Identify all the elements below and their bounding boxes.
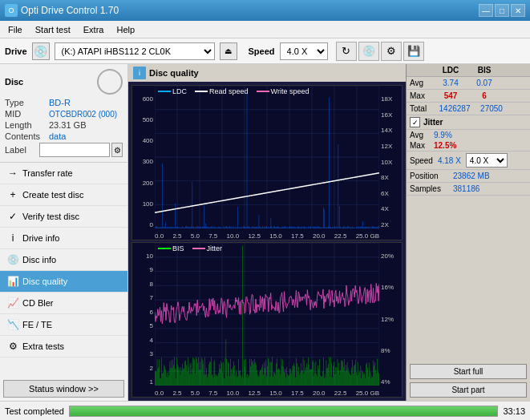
minimize-button[interactable]: — xyxy=(479,4,493,17)
chart1-x-labels: 0.0 2.5 5.0 7.5 10.0 12.5 15.0 17.5 20.0… xyxy=(155,232,379,240)
disc-icon[interactable]: 💿 xyxy=(358,42,379,61)
nav-extra-tests-label: Extra tests xyxy=(22,341,64,351)
chart2-canvas xyxy=(155,243,379,386)
avg-label: Avg xyxy=(410,79,434,87)
refresh-icon[interactable]: ↻ xyxy=(336,42,357,61)
length-value: 23.31 GB xyxy=(49,120,86,130)
jitter-legend: Jitter xyxy=(192,244,223,252)
status-window-button[interactable]: Status window >> xyxy=(3,380,124,398)
extra-tests-icon: ⚙ xyxy=(6,340,19,353)
main-content: i Disc quality LDC Read speed xyxy=(128,64,406,401)
ldc-legend-label: LDC xyxy=(172,87,187,95)
nav-fe-te-label: FE / TE xyxy=(22,320,52,329)
save-icon[interactable]: 💾 xyxy=(403,42,424,61)
drive-select[interactable]: (K:) ATAPI iHBS112 2 CL0K xyxy=(55,42,215,60)
max-ldc: 547 xyxy=(434,91,467,100)
close-button[interactable]: ✕ xyxy=(511,4,525,17)
create-disc-icon: + xyxy=(6,188,19,201)
stats-avg-row: Avg 3.74 0.07 xyxy=(407,77,530,90)
jitter-legend-label: Jitter xyxy=(207,244,223,252)
nav-verify-test-disc[interactable]: ✓ Verify test disc xyxy=(0,206,127,228)
speed-select[interactable]: 4.0 X xyxy=(280,42,328,60)
jitter-max: 12.5% xyxy=(434,141,456,150)
writespeed-legend: Write speed xyxy=(257,87,310,95)
nav-create-test-disc[interactable]: + Create test disc xyxy=(0,184,127,206)
drive-label: Drive xyxy=(5,46,27,56)
drive-info-icon: i xyxy=(6,232,19,244)
nav-transfer-rate[interactable]: → Transfer rate xyxy=(0,163,127,184)
titlebar: O Opti Drive Control 1.70 — □ ✕ xyxy=(0,0,530,21)
chart1-canvas xyxy=(155,86,379,228)
nav-create-disc-label: Create test disc xyxy=(22,190,83,200)
app-title: Opti Drive Control 1.70 xyxy=(21,5,119,16)
nav-disc-info[interactable]: 💿 Disc info xyxy=(0,249,127,271)
menubar: File Start test Extra Help xyxy=(0,21,530,38)
chart1-legend: LDC Read speed Write speed xyxy=(158,87,309,95)
menu-help[interactable]: Help xyxy=(111,23,140,36)
position-label: Position xyxy=(410,172,451,180)
samples-label: Samples xyxy=(410,184,451,193)
status-time: 33:13 xyxy=(503,406,525,416)
transfer-rate-icon: → xyxy=(6,167,19,180)
chart2-y-labels-left: 10 9 8 7 6 5 4 3 2 1 xyxy=(132,252,155,386)
charts-container: LDC Read speed Write speed 600 500 xyxy=(128,82,406,401)
max-bis: 6 xyxy=(467,91,501,100)
nav-transfer-rate-label: Transfer rate xyxy=(22,168,73,178)
app-icon: O xyxy=(5,4,18,17)
stats-panel: LDC BIS Avg 3.74 0.07 Max 547 6 Total 14… xyxy=(406,64,530,401)
total-ldc: 1426287 xyxy=(434,104,475,113)
position-value: 23862 MB xyxy=(453,172,490,180)
contents-value: data xyxy=(49,131,66,141)
nav-disc-quality[interactable]: 📊 Disc quality xyxy=(0,271,127,293)
max-label: Max xyxy=(410,91,434,100)
settings-icon[interactable]: ⚙ xyxy=(381,42,402,61)
start-full-button[interactable]: Start full xyxy=(410,364,527,379)
samples-row: Samples 381186 xyxy=(407,183,530,196)
maximize-button[interactable]: □ xyxy=(495,4,509,17)
nav-extra-tests[interactable]: ⚙ Extra tests xyxy=(0,336,127,357)
ldc-header: LDC xyxy=(434,66,467,75)
avg-ldc: 3.74 xyxy=(434,79,467,87)
disc-title: Disc xyxy=(5,77,23,87)
jitter-label: Jitter xyxy=(423,118,443,127)
nav-disc-quality-label: Disc quality xyxy=(22,277,67,286)
stats-max-row: Max 547 6 xyxy=(407,90,530,103)
bis-legend: BIS xyxy=(158,244,184,252)
chart2-x-labels: 0.0 2.5 5.0 7.5 10.0 12.5 15.0 17.5 20.0… xyxy=(155,390,379,397)
cd-bler-icon: 📈 xyxy=(6,297,19,309)
progress-bar-container xyxy=(69,406,498,417)
nav-fe-te[interactable]: 📉 FE / TE xyxy=(0,314,127,336)
label-input[interactable] xyxy=(39,143,110,157)
mid-label: MID xyxy=(5,109,49,119)
nav-disc-info-label: Disc info xyxy=(22,255,56,265)
samples-value: 381186 xyxy=(453,184,479,193)
jitter-stats: Avg 9.9% Max 12.5% xyxy=(407,130,530,151)
nav-drive-info[interactable]: i Drive info xyxy=(0,228,127,249)
disc-quality-icon-header: i xyxy=(133,67,146,79)
sidebar: Disc Type BD-R MID OTCBDR002 (000) Lengt… xyxy=(0,64,128,401)
disc-section: Disc Type BD-R MID OTCBDR002 (000) Lengt… xyxy=(0,64,127,163)
menu-extra[interactable]: Extra xyxy=(79,23,109,36)
menu-file[interactable]: File xyxy=(3,23,27,36)
bis-legend-label: BIS xyxy=(172,244,184,252)
start-part-button[interactable]: Start part xyxy=(410,382,527,398)
disc-quality-icon: 📊 xyxy=(6,275,19,288)
total-label: Total xyxy=(410,104,434,113)
chart1-wrapper: LDC Read speed Write speed 600 500 xyxy=(131,85,403,240)
writespeed-legend-label: Write speed xyxy=(271,87,310,95)
eject-icon[interactable]: ⏏ xyxy=(220,42,237,60)
stats-headers: LDC BIS xyxy=(407,64,530,77)
speed-row-value: 4.18 X xyxy=(438,156,461,165)
stats-total-row: Total 1426287 27050 xyxy=(407,103,530,115)
nav-cd-bler[interactable]: 📈 CD Bler xyxy=(0,293,127,314)
readspeed-legend: Read speed xyxy=(195,87,249,95)
menu-start-test[interactable]: Start test xyxy=(30,23,75,36)
nav-verify-disc-label: Verify test disc xyxy=(22,212,79,221)
speed-row-select[interactable]: 4.0 X xyxy=(466,153,508,168)
jitter-checkbox[interactable]: ✓ xyxy=(410,117,420,127)
label-button[interactable]: ⚙ xyxy=(111,143,123,157)
status-text: Test completed xyxy=(5,406,64,416)
position-row: Position 23862 MB xyxy=(407,170,530,183)
avg-bis: 0.07 xyxy=(467,79,501,87)
speed-label: Speed xyxy=(249,46,275,56)
